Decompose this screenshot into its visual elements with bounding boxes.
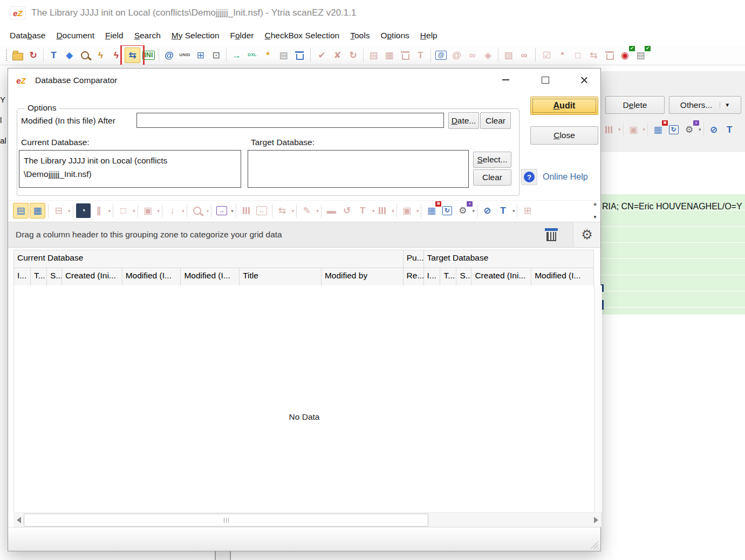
- column-header-7[interactable]: Modified by: [322, 268, 404, 286]
- chart-icon[interactable]: [239, 203, 254, 218]
- others-button[interactable]: Others... ▼: [669, 96, 741, 114]
- database-comparator-icon[interactable]: ⇆: [125, 47, 140, 63]
- preview-window-icon[interactable]: ⊡: [209, 48, 223, 63]
- menu-my-selection[interactable]: My Selection: [166, 29, 225, 43]
- window-builder-icon[interactable]: ⊞: [193, 48, 208, 63]
- column-header-13[interactable]: Modified (I...: [531, 268, 593, 286]
- window-frame-icon[interactable]: ▣: [400, 203, 414, 218]
- document-diamond-icon[interactable]: ◈: [481, 48, 495, 63]
- unid-icon[interactable]: UNID: [177, 48, 192, 63]
- grouping-icon[interactable]: ⊟: [51, 203, 66, 218]
- copy-icon[interactable]: ▣: [141, 203, 155, 218]
- menu-help[interactable]: Help: [415, 29, 443, 43]
- menu-database[interactable]: Database: [4, 29, 51, 43]
- column-header-1[interactable]: T...: [31, 268, 47, 286]
- column-header-0[interactable]: I...: [14, 268, 31, 286]
- maximize-button[interactable]: [532, 71, 558, 88]
- scroll-left-icon[interactable]: [17, 517, 21, 523]
- at-formula-icon[interactable]: @: [162, 48, 176, 63]
- dropdown-arrow-icon[interactable]: ▾: [372, 208, 375, 214]
- doclink-icon[interactable]: ∞: [465, 48, 480, 63]
- dropdown-arrow-icon[interactable]: ▾: [618, 127, 621, 132]
- column-header-11[interactable]: S...: [456, 268, 471, 286]
- toolbar-overflow-button[interactable]: »▼: [591, 201, 599, 220]
- column-header-8[interactable]: Re...: [404, 268, 424, 286]
- group-header-2[interactable]: Target Database: [424, 250, 593, 268]
- minimize-button[interactable]: [493, 71, 518, 88]
- at-properties-icon[interactable]: @: [449, 48, 464, 63]
- grid-refresh-icon[interactable]: ↻: [440, 203, 454, 218]
- menu-field[interactable]: Field: [100, 29, 129, 43]
- others-dropdown-icon[interactable]: ▼: [720, 102, 730, 108]
- modified-after-input[interactable]: [136, 113, 444, 128]
- record-audit-icon[interactable]: ◉✔: [618, 48, 632, 63]
- dropdown-arrow-icon[interactable]: ▾: [182, 208, 184, 214]
- column-header-12[interactable]: Created (Ini...: [471, 268, 531, 286]
- dropdown-arrow-icon[interactable]: ▾: [643, 127, 646, 132]
- select-target-button[interactable]: Select...: [473, 152, 511, 168]
- help-button[interactable]: ?: [521, 169, 537, 185]
- column-title-icon[interactable]: T: [496, 203, 510, 218]
- menu-options[interactable]: Options: [375, 29, 414, 43]
- row-band-icon[interactable]: ▬: [324, 203, 339, 218]
- column-title-icon[interactable]: T: [722, 122, 737, 137]
- paste-form-icon[interactable]: ▦: [382, 48, 397, 63]
- dropdown-arrow-icon[interactable]: ▾: [207, 208, 209, 214]
- column-header-3[interactable]: Created (Ini...: [62, 268, 122, 286]
- grid-settings-button[interactable]: ⚙: [573, 222, 600, 247]
- ini-editor-icon[interactable]: INI: [141, 48, 156, 63]
- recycle-bin-icon[interactable]: [292, 48, 306, 63]
- grid-add-icon[interactable]: ⊞: [520, 203, 535, 218]
- checkbox-select-icon[interactable]: □: [571, 48, 585, 63]
- time-zone-icon[interactable]: ◔: [76, 203, 91, 218]
- column-header-2[interactable]: S...: [47, 268, 62, 286]
- dropdown-arrow-icon[interactable]: ▾: [316, 208, 319, 214]
- export-menu-icon[interactable]: →: [214, 203, 229, 218]
- edit-pencil-icon[interactable]: ✎: [299, 203, 314, 218]
- column-header-4[interactable]: Modified (I...: [122, 268, 181, 286]
- date-button[interactable]: Date...: [448, 112, 479, 129]
- horizontal-scrollbar[interactable]: [13, 512, 602, 527]
- dropdown-arrow-icon[interactable]: ▾: [472, 208, 475, 214]
- dropdown-arrow-icon[interactable]: ▾: [108, 208, 111, 214]
- log-document-icon[interactable]: ▤✔: [633, 48, 648, 63]
- grid-remove-icon[interactable]: ▦✖: [651, 122, 665, 137]
- dropdown-arrow-icon[interactable]: ▾: [512, 208, 515, 214]
- scroll-right-icon[interactable]: [594, 517, 598, 523]
- dropdown-arrow-icon[interactable]: ▾: [158, 208, 160, 214]
- title-options-icon[interactable]: T: [46, 48, 61, 63]
- window-frame-icon[interactable]: ▣: [626, 122, 641, 137]
- menu-folder[interactable]: Folder: [225, 29, 259, 43]
- dropdown-arrow-icon[interactable]: ▾: [292, 208, 295, 214]
- grid-refresh-icon[interactable]: ↻: [666, 122, 681, 137]
- clear-target-button[interactable]: Clear: [473, 169, 511, 186]
- no-sync-icon[interactable]: ⊘: [707, 122, 721, 137]
- selection-frame-icon[interactable]: □: [116, 203, 131, 218]
- delete-button[interactable]: Delete: [605, 96, 665, 114]
- column-header-6[interactable]: Title: [240, 268, 322, 286]
- dialog-titlebar[interactable]: eZ Database Comparator: [8, 69, 600, 92]
- open-database-icon[interactable]: [10, 48, 25, 63]
- preferences-save-icon[interactable]: ⚙▪: [455, 203, 470, 218]
- column-header-10[interactable]: T...: [440, 268, 456, 286]
- menu-search[interactable]: Search: [129, 29, 166, 43]
- vertical-scrollbar[interactable]: [594, 285, 602, 512]
- title-date-icon[interactable]: T: [356, 203, 370, 218]
- close-button[interactable]: Close: [530, 126, 598, 145]
- confirm-icon[interactable]: ✔: [315, 48, 329, 63]
- cancel-icon[interactable]: ✘: [330, 48, 345, 63]
- menu-checkbox-selection[interactable]: CheckBox Selection: [259, 29, 345, 43]
- scrollbar-thumb[interactable]: [24, 514, 428, 527]
- new-response-icon[interactable]: ▤: [276, 48, 291, 63]
- dropdown-arrow-icon[interactable]: ▾: [699, 127, 701, 132]
- group-header-0[interactable]: Current Database: [14, 250, 404, 268]
- view-grid-icon[interactable]: ▦: [30, 203, 45, 218]
- row-restore-icon[interactable]: ↺: [340, 203, 354, 218]
- dxl-export-icon[interactable]: DXL: [245, 48, 259, 63]
- sort-icon[interactable]: ↓: [165, 203, 180, 218]
- close-window-button[interactable]: [571, 71, 597, 88]
- search-icon[interactable]: [190, 203, 204, 218]
- audit-button[interactable]: Audit: [530, 97, 598, 115]
- checkbox-invert-icon[interactable]: ⇆: [586, 48, 601, 63]
- columns-icon[interactable]: ∥: [92, 203, 106, 218]
